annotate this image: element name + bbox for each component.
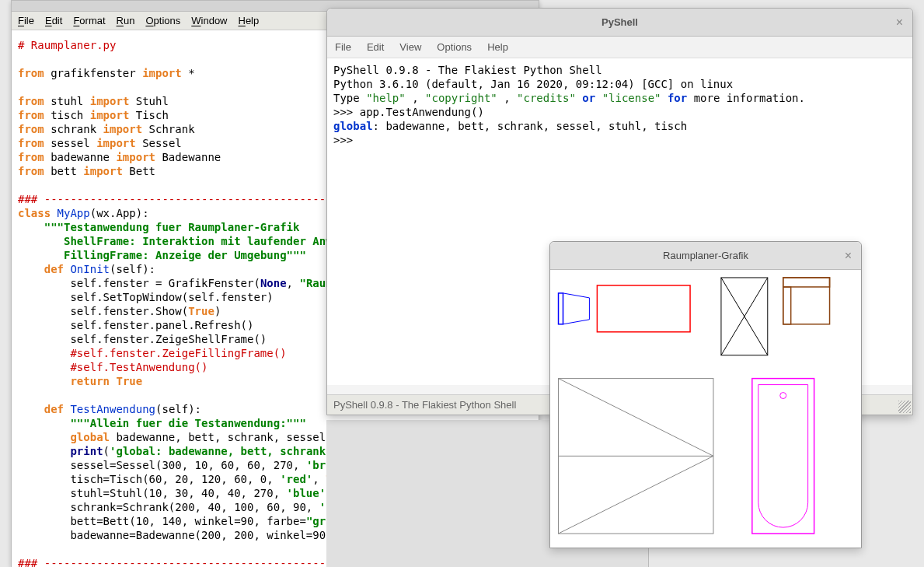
svg-rect-0: [559, 293, 563, 324]
shape-stuhl: [559, 293, 590, 324]
svg-point-14: [780, 393, 786, 399]
grafik-title: Raumplaner-Grafik: [663, 250, 748, 261]
svg-line-12: [559, 456, 713, 534]
svg-marker-1: [563, 293, 590, 324]
svg-rect-2: [597, 285, 690, 332]
menu-view[interactable]: View: [399, 41, 421, 53]
grafik-canvas[interactable]: [550, 270, 861, 548]
menu-help[interactable]: Help: [487, 41, 508, 53]
close-icon[interactable]: ×: [896, 16, 903, 30]
shape-schrank: [721, 278, 768, 355]
grafik-titlebar[interactable]: Raumplaner-Grafik ×: [550, 242, 861, 270]
menu-help[interactable]: Help: [239, 15, 260, 26]
svg-line-10: [559, 379, 713, 457]
svg-rect-6: [783, 278, 830, 324]
statusbar-text: PyShell 0.9.8 - The Flakiest Python Shel…: [333, 399, 516, 411]
shell-line: global: badewanne, bett, schrank, sessel…: [333, 119, 906, 133]
menu-file[interactable]: File: [335, 41, 351, 53]
svg-rect-13: [752, 379, 814, 534]
shell-line: Python 3.6.10 (default, Jan 16 2020, 09:…: [333, 77, 906, 91]
shape-badewanne: [752, 379, 814, 534]
shell-line: PyShell 0.9.8 - The Flakiest Python Shel…: [333, 63, 906, 77]
shape-sessel: [783, 278, 830, 324]
svg-rect-7: [783, 278, 830, 287]
menu-edit[interactable]: Edit: [45, 15, 62, 26]
close-icon[interactable]: ×: [845, 249, 852, 263]
menu-run[interactable]: Run: [117, 15, 135, 26]
grafik-window: Raumplaner-Grafik ×: [549, 241, 862, 548]
menu-window[interactable]: Window: [191, 15, 227, 26]
menu-edit[interactable]: Edit: [367, 41, 384, 53]
pyshell-titlebar[interactable]: PyShell ×: [327, 9, 912, 37]
shell-line: Type "help" , "copyright" , "credits" or…: [333, 91, 906, 105]
svg-rect-8: [783, 287, 791, 324]
shell-line: >>>: [333, 133, 906, 147]
menu-options[interactable]: Options: [145, 15, 180, 26]
pyshell-title: PyShell: [601, 16, 638, 28]
menu-format[interactable]: Format: [73, 15, 105, 26]
pyshell-menubar: FileEditViewOptionsHelp: [327, 37, 912, 58]
shape-bett: [559, 379, 713, 534]
shape-tisch: [597, 285, 690, 332]
shell-line: >>> app.TestAnwendung(): [333, 105, 906, 119]
menu-options[interactable]: Options: [437, 41, 472, 53]
resize-grip-icon[interactable]: [898, 401, 911, 413]
menu-file[interactable]: File: [18, 15, 34, 26]
